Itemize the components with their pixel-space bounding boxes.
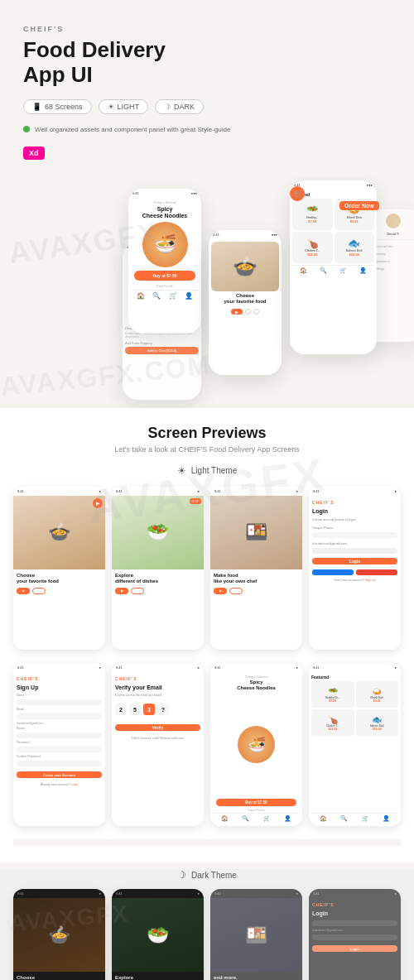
onboard2-phone: 9:41● 🥗 HOT Exploredifferent of dishes ▶ [112, 487, 204, 650]
featured-phone: 9:41● Featured 🥗Healthy Ch...$7.99 🍛Khas… [309, 663, 401, 826]
dark-badge: ☽ DARK [155, 99, 204, 114]
signup-logo: CHEIF'S [17, 676, 102, 681]
onboard3-status: 9:41● [210, 487, 302, 496]
onboard2-food-img: 🥗 HOT [112, 496, 204, 569]
hero-section: CHEIF'S Food Delivery App UI 📱 68 Screen… [0, 0, 414, 176]
login-body: CHEIF'S Login Create account below to lo… [309, 496, 401, 650]
dark3-title: end more. [214, 975, 299, 980]
signup-body: CHEIF'S Sign Up Name Email d.anderson@gm… [13, 672, 105, 826]
dark-login-input1[interactable] [312, 920, 397, 926]
dark-login-input2[interactable] [312, 934, 397, 940]
dark-theme-label: ☽ Dark Theme [13, 869, 401, 881]
dark-login-btn[interactable]: Login [312, 945, 397, 952]
onboard2-btns: ▶ [115, 588, 200, 594]
hero-phone-1: 9:41●●● Today's Special SpicyCheese Nood… [128, 189, 201, 334]
brand-label: CHEIF'S [23, 25, 391, 33]
dark3-food-img: 🍱 [210, 898, 302, 972]
dark-login-title: Login [312, 910, 397, 916]
signup-title: Sign Up [17, 685, 102, 690]
verify-phone: 9:41● CHEIF'S Verify your Email Code to … [112, 663, 204, 826]
login-title: Login [312, 508, 397, 514]
signup-confirm-input[interactable] [17, 761, 102, 766]
onboard2-play-btn[interactable]: ▶ [115, 588, 128, 594]
food-detail-phone: 9:41● Today's Special SpicyCheese Noodle… [210, 663, 302, 826]
signup-phone-input[interactable] [17, 733, 102, 738]
login-phone: 9:41● CHEIF'S Login Create account below… [309, 487, 401, 650]
dark-phones-grid: 9:41● 🍲 Chooseyour favorite food ▶ 9:41●… [13, 889, 401, 980]
dark-section-divider [13, 839, 401, 846]
features-text: Well organized assets and component pane… [35, 126, 230, 133]
onboard1-btns: ▶ [17, 588, 102, 594]
verify-body: CHEIF'S Verify your Email Code to sent t… [112, 672, 204, 826]
features-row: Well organized assets and component pane… [23, 126, 391, 133]
dark1-status: 9:41● [13, 889, 105, 898]
onboard3-title: Make foodlike your own chef [214, 573, 299, 584]
signup-email-input[interactable] [17, 713, 102, 719]
onboard1-title: Chooseyour favorite food [17, 573, 102, 584]
xd-badge: Xd [23, 147, 45, 160]
moon-icon: ☽ [177, 869, 186, 881]
onboard3-btns: ▶ [214, 588, 299, 594]
signup-name-input[interactable] [17, 699, 102, 705]
screens-badge: 📱 68 Screens [23, 99, 92, 114]
order-now-btn[interactable]: Order Now [339, 201, 379, 210]
hero-phone-2: 9:41●●● 🍲 Chooseyour favorite food ▶ [209, 230, 282, 375]
login-phone-label: Unique Phone [312, 526, 397, 530]
login-email-input[interactable] [312, 548, 397, 554]
dark3-body: end more. ▶ [210, 972, 302, 980]
hero-mockup-area: AVAXGFX 9:41●●● Today's Special SpicyChe… [0, 176, 414, 408]
section-subtitle: Let's take a look at CHEIF'S Food Delive… [13, 445, 401, 454]
onboard1-food-img: 🍲 ▶ [13, 496, 105, 569]
dark-login-status: 9:41● [309, 889, 401, 898]
onboard1-phone: 9:41● 🍲 ▶ Chooseyour favorite food ▶ [13, 487, 105, 650]
dark2-food-img: 🥗 [112, 898, 204, 972]
dark-login-body: CHEIF'S Login d.anderson@gmail.com Login [309, 898, 401, 980]
onboard2-title: Exploredifferent of dishes [115, 573, 200, 584]
section-title: Screen Previews [13, 425, 401, 442]
dark3-status: 9:41● [210, 889, 302, 898]
signup-btn[interactable]: Create your Account [17, 771, 102, 778]
screen-previews-section: Screen Previews Let's take a look at CHE… [0, 408, 414, 863]
dark2-status: 9:41● [112, 889, 204, 898]
onboard3-body: Make foodlike your own chef ▶ [210, 569, 302, 651]
dark-theme-section: ☽ Dark Theme 9:41● 🍲 Chooseyour favorite… [0, 869, 414, 980]
sun-icon: ☀ [177, 465, 186, 477]
feature-dot [23, 126, 30, 132]
hero-title: Food Delivery App UI [23, 38, 391, 88]
verify-status: 9:41● [112, 663, 204, 672]
signup-status: 9:41● [13, 663, 105, 672]
onboard1-status: 9:41● [13, 487, 105, 496]
light-phones-row2: 9:41● CHEIF'S Sign Up Name Email d.ander… [13, 663, 401, 826]
verify-btn[interactable]: Verify [115, 724, 200, 731]
signup-pw-input[interactable] [17, 747, 102, 752]
onboard2-skip-btn[interactable] [131, 588, 144, 594]
phone1-status: 9:41●●● [128, 189, 201, 198]
phone2-status: 9:41●●● [209, 230, 282, 239]
login-subtitle: Create account below to login [312, 517, 397, 521]
light-phones-row1: 9:41● 🍲 ▶ Chooseyour favorite food ▶ 9:4… [13, 487, 401, 650]
dark1-title: Chooseyour favorite food [17, 975, 102, 980]
onboard1-play-btn[interactable]: ▶ [17, 588, 30, 594]
onboard3-skip-btn[interactable] [229, 588, 243, 594]
dark-onboard2-phone: 9:41● 🥗 Exploredifferent of dishes ▶ [112, 889, 204, 980]
dark1-body: Chooseyour favorite food ▶ [13, 972, 105, 980]
dark2-title: Exploredifferent of dishes [115, 975, 200, 980]
onboard2-status: 9:41● [112, 487, 204, 496]
featured-status: 9:41● [309, 663, 401, 672]
dark-onboard1-phone: 9:41● 🍲 Chooseyour favorite food ▶ [13, 889, 105, 980]
light-badge: ☀ LIGHT [99, 99, 149, 114]
onboard3-phone: 9:41● 🍱 Make foodlike your own chef ▶ [210, 487, 302, 650]
onboard3-play-btn[interactable]: ▶ [214, 588, 227, 594]
login-btn[interactable]: Login [312, 558, 397, 564]
login-status: 9:41● [309, 487, 401, 496]
login-phone-input[interactable] [312, 532, 397, 538]
login-logo: CHEIF'S [312, 500, 397, 505]
dark-onboard3-phone: 9:41● 🍱 end more. ▶ [210, 889, 302, 980]
verify-logo: CHEIF'S [115, 676, 200, 681]
food-detail-status: 9:41● [210, 663, 302, 672]
floating-cart-btn[interactable]: 🛒 [290, 186, 305, 201]
dark2-body: Exploredifferent of dishes ▶ [112, 972, 204, 980]
signup-phone: 9:41● CHEIF'S Sign Up Name Email d.ander… [13, 663, 105, 826]
verify-title: Verify your Email [115, 685, 200, 690]
onboard1-skip-btn[interactable] [32, 588, 46, 594]
